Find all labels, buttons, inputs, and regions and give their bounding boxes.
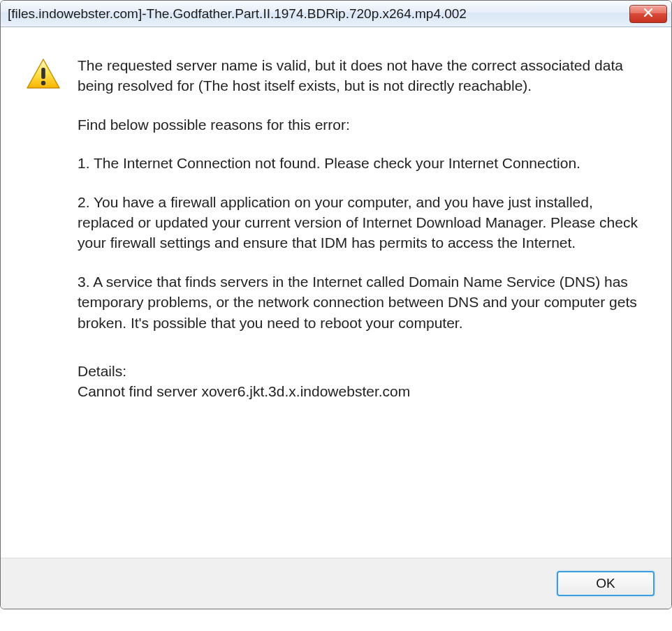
message-intro: The requested server name is valid, but … (78, 55, 646, 96)
svg-point-1 (41, 81, 45, 85)
reason-2: 2. You have a firewall application on yo… (78, 192, 646, 253)
error-dialog: [files.indowebster.com]-The.Godfather.Pa… (0, 0, 672, 609)
details-value: Cannot find server xover6.jkt.3d.x.indow… (78, 381, 646, 401)
message-area: The requested server name is valid, but … (78, 55, 646, 402)
titlebar: [files.indowebster.com]-The.Godfather.Pa… (1, 1, 671, 27)
close-icon (643, 8, 654, 20)
titlebar-text: [files.indowebster.com]-The.Godfather.Pa… (8, 6, 629, 22)
reason-1: 1. The Internet Connection not found. Pl… (78, 153, 646, 173)
reason-3: 3. A service that finds servers in the I… (78, 272, 646, 333)
details-block: Details: Cannot find server xover6.jkt.3… (78, 361, 646, 402)
details-label: Details: (78, 361, 646, 381)
reasons-header: Find below possible reasons for this err… (78, 114, 646, 135)
warning-icon (26, 58, 61, 93)
close-button[interactable] (629, 5, 667, 23)
dialog-body: The requested server name is valid, but … (1, 27, 671, 558)
svg-rect-0 (41, 68, 45, 79)
ok-button-label: OK (596, 576, 615, 591)
dialog-footer: OK (1, 558, 671, 609)
ok-button[interactable]: OK (557, 571, 655, 596)
